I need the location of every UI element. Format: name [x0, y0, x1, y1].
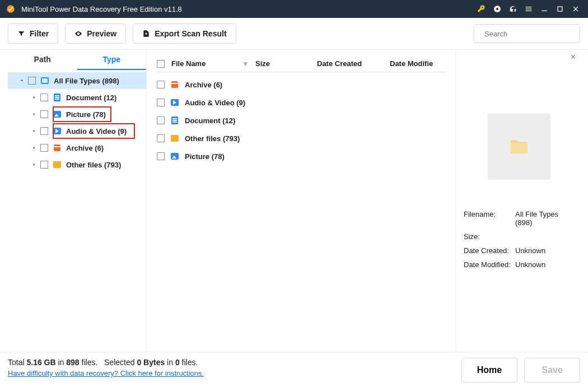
type-tree: All File Types (898) Document (12) Pictu… [8, 70, 146, 173]
svg-point-2 [496, 8, 498, 10]
column-date-created[interactable]: Date Created [317, 59, 390, 68]
tab-path[interactable]: Path [8, 50, 77, 70]
checkbox[interactable] [157, 81, 165, 88]
tree-root-all-types[interactable]: All File Types (898) [8, 72, 146, 89]
support-icon[interactable] [505, 0, 521, 18]
checkbox[interactable] [157, 99, 165, 106]
tree-root-label: All File Types (898) [54, 77, 119, 85]
save-button[interactable]: Save [524, 358, 580, 382]
meta-val-created: Unknown [515, 246, 575, 255]
left-tabs: Path Type [8, 50, 146, 70]
list-item-label: Picture (78) [185, 152, 225, 161]
eye-icon [74, 30, 82, 38]
tree-item-audio-video[interactable]: Audio & Video (9) [8, 123, 146, 139]
export-label: Export Scan Result [155, 29, 226, 38]
meta-key-created: Date Created: [464, 246, 515, 255]
list-item[interactable]: Picture (78) [157, 147, 445, 165]
select-all-checkbox[interactable] [157, 60, 165, 68]
column-date-modified[interactable]: Date Modifie [390, 59, 445, 68]
document-icon [170, 116, 179, 125]
document-icon [53, 93, 62, 102]
tree-item-label: Audio & Video (9) [66, 127, 127, 136]
tree-item-archive[interactable]: Archive (6) [8, 139, 146, 156]
search-input[interactable] [484, 30, 578, 38]
list-item-label: Document (12) [185, 116, 235, 125]
chevron-right-icon[interactable] [8, 95, 37, 100]
picture-icon [53, 110, 62, 119]
other-files-icon [170, 134, 179, 143]
status-text: Total 5.16 GB in 898 files. Selected 0 B… [8, 358, 204, 367]
list-item[interactable]: Other files (793) [157, 129, 445, 147]
picture-icon [170, 152, 179, 161]
file-metadata: Filename:All File Types (898) Size: Date… [464, 210, 575, 269]
chevron-right-icon[interactable] [8, 145, 37, 151]
maximize-button[interactable] [552, 0, 568, 18]
meta-val-modified: Unknown [515, 260, 575, 269]
preview-label: Preview [87, 29, 116, 38]
checkbox[interactable] [157, 116, 165, 124]
svg-rect-5 [526, 11, 532, 11]
filter-icon [17, 30, 25, 38]
audio-video-icon [170, 98, 179, 107]
home-button[interactable]: Home [461, 358, 517, 382]
svg-rect-3 [526, 7, 532, 7]
search-box[interactable] [474, 24, 580, 43]
svg-rect-7 [558, 7, 562, 11]
checkbox[interactable] [28, 77, 36, 85]
main-area: Path Type All File Types (898) Document … [0, 50, 588, 352]
close-button[interactable] [568, 0, 584, 18]
column-size[interactable]: Size [255, 59, 317, 68]
meta-key-modified: Date Modified: [464, 260, 515, 269]
upgrade-key-icon[interactable] [474, 0, 489, 18]
tree-item-document[interactable]: Document (12) [8, 89, 146, 106]
tree-item-label: Document (12) [66, 94, 116, 102]
svg-rect-6 [542, 11, 547, 11]
app-logo-icon [6, 4, 16, 14]
checkbox[interactable] [40, 94, 48, 101]
export-button[interactable]: Export Scan Result [133, 24, 236, 44]
list-item[interactable]: Audio & Video (9) [157, 94, 445, 111]
meta-key-size: Size: [464, 232, 515, 241]
menu-icon[interactable] [521, 0, 536, 18]
titlebar: MiniTool Power Data Recovery Free Editio… [0, 0, 588, 18]
preview-thumbnail [488, 114, 550, 180]
checkbox[interactable] [40, 110, 48, 118]
checkbox[interactable] [40, 144, 48, 152]
app-title: MiniTool Power Data Recovery Free Editio… [21, 5, 474, 13]
tree-item-picture[interactable]: Picture (78) [8, 106, 146, 123]
tree-item-label: Other files (793) [66, 161, 121, 169]
filter-button[interactable]: Filter [8, 24, 58, 44]
filter-label: Filter [30, 29, 49, 38]
preview-button[interactable]: Preview [65, 24, 126, 44]
list-item-label: Audio & Video (9) [185, 99, 245, 107]
chevron-right-icon[interactable] [8, 128, 37, 134]
tab-type[interactable]: Type [77, 50, 147, 70]
chevron-right-icon[interactable] [8, 111, 37, 117]
file-list: Archive (6) Audio & Video (9) Document (… [157, 72, 445, 165]
checkbox[interactable] [157, 134, 165, 142]
tree-item-label: Picture (78) [66, 110, 106, 119]
column-filename[interactable]: File Name ▾ [171, 59, 255, 68]
list-item-label: Archive (6) [185, 81, 222, 89]
meta-val-filename: All File Types (898) [515, 210, 575, 227]
monitor-icon [40, 76, 49, 85]
file-list-panel: File Name ▾ Size Date Created Date Modif… [147, 50, 456, 352]
minimize-button[interactable] [536, 0, 552, 18]
tree-item-other[interactable]: Other files (793) [8, 156, 146, 173]
checkbox[interactable] [40, 127, 48, 135]
close-panel-icon[interactable]: × [571, 52, 576, 62]
checkbox[interactable] [157, 152, 165, 160]
list-item[interactable]: Archive (6) [157, 76, 445, 94]
archive-icon [170, 80, 179, 89]
list-item[interactable]: Document (12) [157, 111, 445, 129]
table-header: File Name ▾ Size Date Created Date Modif… [157, 55, 445, 72]
details-panel: × Filename:All File Types (898) Size: Da… [456, 50, 580, 352]
svg-rect-4 [526, 8, 532, 9]
chevron-down-icon[interactable] [8, 78, 25, 83]
audio-video-icon [53, 127, 62, 136]
export-icon [142, 30, 150, 38]
chevron-right-icon[interactable] [8, 162, 37, 167]
help-link[interactable]: Have difficulty with data recovery? Clic… [8, 369, 204, 377]
disc-icon[interactable] [489, 0, 505, 18]
checkbox[interactable] [40, 161, 48, 169]
